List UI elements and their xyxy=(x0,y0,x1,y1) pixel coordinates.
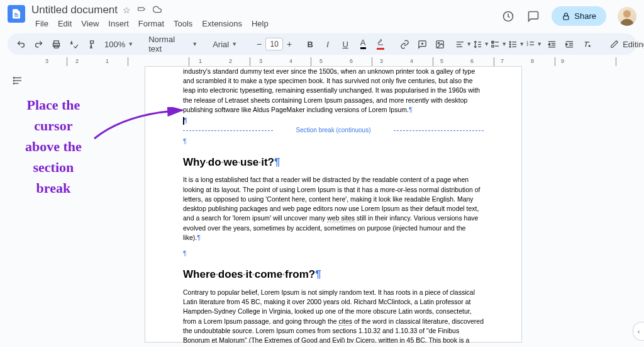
clear-format-button[interactable] xyxy=(579,36,595,52)
editing-mode-dropdown[interactable]: Editing ▼ xyxy=(602,36,644,52)
menu-view[interactable]: View xyxy=(77,18,103,30)
heading-where[interactable]: Where·does·it·come·from?¶ xyxy=(183,267,484,283)
share-label: Share xyxy=(574,11,596,21)
numbered-list-button[interactable]: 12▼ xyxy=(526,36,542,52)
highlight-button[interactable] xyxy=(372,36,389,52)
annotation-text: Place the cursor above the section break xyxy=(25,94,82,198)
svg-point-12 xyxy=(509,41,511,42)
paragraph[interactable]: Contrary to popular belief, Lorem Ipsum … xyxy=(183,288,484,343)
cursor-position[interactable]: ¶ xyxy=(183,116,484,125)
increase-indent-button[interactable] xyxy=(561,36,577,52)
cloud-icon[interactable] xyxy=(152,5,162,16)
section-break-marker: Section break (continuous) xyxy=(183,126,484,135)
page[interactable]: industry's standard dummy text ever sinc… xyxy=(145,66,522,343)
menu-extensions[interactable]: Extensions xyxy=(198,18,246,30)
svg-rect-1 xyxy=(564,16,569,20)
share-button[interactable]: Share xyxy=(552,6,606,26)
docs-logo[interactable] xyxy=(8,5,25,23)
redo-button[interactable] xyxy=(30,36,47,52)
comment-icon[interactable] xyxy=(526,9,540,23)
menu-help[interactable]: Help xyxy=(248,18,272,30)
star-icon[interactable]: ☆ xyxy=(123,5,131,16)
bullet-list-button[interactable]: ▼ xyxy=(508,36,525,52)
avatar[interactable] xyxy=(618,7,636,26)
annotation-arrow xyxy=(88,107,189,145)
style-dropdown[interactable]: Normal text▼ xyxy=(145,36,201,52)
menu-format[interactable]: Format xyxy=(135,18,168,30)
toolbar: 100%▼ Normal text▼ Arial▼ − + B I U A ▼ … xyxy=(8,33,636,55)
svg-point-34 xyxy=(13,80,14,81)
ruler[interactable]: 1 2 3 1 2 3 4 5 6 3 4 5 6 7 8 9 xyxy=(36,57,644,66)
outline-toggle-icon[interactable] xyxy=(8,71,27,90)
svg-point-2 xyxy=(623,10,631,18)
paragraph[interactable]: industry's standard dummy text ever sinc… xyxy=(183,67,484,115)
svg-point-7 xyxy=(438,42,440,44)
svg-point-33 xyxy=(13,77,14,79)
svg-point-35 xyxy=(13,83,14,84)
history-icon[interactable] xyxy=(501,9,515,23)
checklist-button[interactable]: ▼ xyxy=(491,36,507,52)
bold-button[interactable]: B xyxy=(302,36,318,52)
increase-font-button[interactable]: + xyxy=(284,38,294,50)
link-button[interactable] xyxy=(396,36,413,52)
menu-bar: File Edit View Insert Format Tools Exten… xyxy=(31,18,501,30)
svg-text:2: 2 xyxy=(526,43,528,47)
line-spacing-button[interactable]: ▼ xyxy=(473,36,489,52)
decrease-font-button[interactable]: − xyxy=(254,38,264,50)
image-button[interactable] xyxy=(431,36,448,52)
align-dropdown[interactable]: ▼ xyxy=(455,36,472,52)
pencil-icon xyxy=(610,40,619,48)
font-dropdown[interactable]: Arial▼ xyxy=(209,36,247,52)
move-icon[interactable] xyxy=(137,5,146,16)
add-comment-button[interactable] xyxy=(414,36,430,52)
title-area: Untitled document ☆ File Edit View Inser… xyxy=(31,4,501,30)
menu-insert[interactable]: Insert xyxy=(104,18,133,30)
font-size-input[interactable] xyxy=(265,38,283,50)
header-bar: Untitled document ☆ File Edit View Inser… xyxy=(0,0,644,30)
undo-button[interactable] xyxy=(13,36,29,52)
menu-file[interactable]: File xyxy=(31,18,52,30)
menu-edit[interactable]: Edit xyxy=(54,18,75,30)
menu-tools[interactable]: Tools xyxy=(170,18,196,30)
svg-point-14 xyxy=(509,46,511,47)
lock-icon xyxy=(562,12,570,21)
text-color-button[interactable]: A xyxy=(355,36,371,52)
heading-why[interactable]: Why·do·we·use·it?¶ xyxy=(183,155,484,171)
underline-button[interactable]: U xyxy=(337,36,353,52)
decrease-indent-button[interactable] xyxy=(543,36,560,52)
paint-format-button[interactable] xyxy=(83,36,99,52)
doc-title[interactable]: Untitled document xyxy=(31,4,118,16)
print-button[interactable] xyxy=(48,36,64,52)
zoom-dropdown[interactable]: 100%▼ xyxy=(101,36,137,52)
paragraph[interactable]: It is a long established fact that a rea… xyxy=(183,175,484,242)
spellcheck-button[interactable] xyxy=(65,36,82,52)
pilcrow-icon: ¶ xyxy=(409,106,413,113)
italic-button[interactable]: I xyxy=(319,36,336,52)
font-size-control: − + xyxy=(254,38,294,50)
svg-point-13 xyxy=(509,43,511,45)
